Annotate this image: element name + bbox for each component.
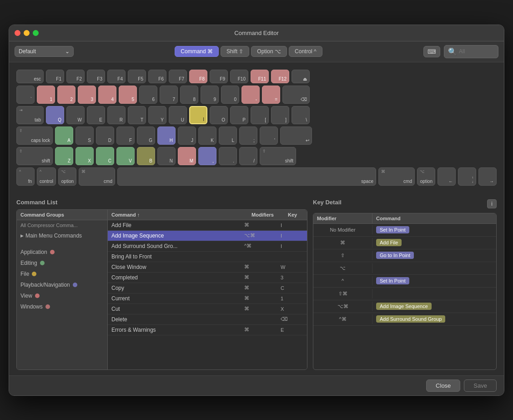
cmd-add-file[interactable]: Add File ⌘ I: [108, 220, 307, 231]
8-key[interactable]: 8: [180, 86, 198, 104]
f8-key[interactable]: F8: [189, 70, 207, 83]
d-key[interactable]: D: [96, 127, 114, 145]
backspace-key[interactable]: ⌫: [282, 86, 310, 104]
lcmd-key[interactable]: ⌘cmd: [79, 167, 115, 186]
cmd-current[interactable]: Current ⌘ 1: [108, 293, 307, 304]
j-key[interactable]: J: [178, 127, 196, 145]
return-key[interactable]: ↩: [280, 127, 312, 145]
q-key[interactable]: Q: [46, 106, 64, 124]
t-key[interactable]: T: [128, 106, 146, 124]
group-all-compressor[interactable]: All Compressor Comma...: [17, 220, 107, 230]
6-key[interactable]: 6: [139, 86, 157, 104]
maximize-traffic-light[interactable]: [33, 30, 39, 36]
comma-key[interactable]: ,: [198, 147, 216, 165]
cmd-completed[interactable]: Completed ⌘ 3: [108, 273, 307, 283]
f3-key[interactable]: F3: [87, 70, 105, 83]
5-key[interactable]: 5: [119, 86, 137, 104]
group-file[interactable]: File: [17, 268, 107, 279]
dash-key[interactable]: -: [241, 86, 260, 104]
7-key[interactable]: 7: [160, 86, 178, 104]
backslash-key[interactable]: \: [292, 106, 310, 124]
rshift-key[interactable]: ⇧shift: [260, 147, 296, 165]
f1-key[interactable]: F1: [46, 70, 64, 83]
u-key[interactable]: U: [169, 106, 187, 124]
cmd-add-image-sequence[interactable]: Add Image Sequence ⌥⌘ I: [108, 231, 307, 241]
close-traffic-light[interactable]: [15, 30, 20, 36]
lshift-key[interactable]: ⇧shift: [16, 147, 53, 165]
rcmd-key[interactable]: ⌘cmd: [378, 167, 415, 186]
keyboard-icon-btn[interactable]: ⌨: [423, 46, 440, 57]
group-application[interactable]: Application: [17, 247, 107, 258]
w-key[interactable]: W: [66, 106, 85, 124]
backtick-key[interactable]: `: [16, 86, 35, 104]
cmd-copy[interactable]: Copy ⌘ C: [108, 283, 307, 293]
cmd-delete[interactable]: Delete ⌫: [108, 314, 307, 325]
l-key[interactable]: L: [219, 127, 237, 145]
e-key[interactable]: E: [87, 106, 105, 124]
eject-key[interactable]: ⏏: [292, 70, 310, 83]
s-key[interactable]: S: [75, 127, 94, 145]
loption-key[interactable]: ⌥option: [58, 167, 76, 186]
set-in-point-2-badge[interactable]: Set In Point: [376, 277, 409, 284]
updown-arrow-keys[interactable]: ↑↓: [458, 167, 476, 186]
cmd-add-surround-sound[interactable]: Add Surround Sound Gro... ^⌘ I: [108, 241, 307, 252]
f9-key[interactable]: F9: [210, 70, 228, 83]
right-arrow-key[interactable]: →: [478, 167, 497, 186]
group-view[interactable]: View: [17, 290, 107, 301]
g-key[interactable]: G: [137, 127, 155, 145]
space-key[interactable]: space: [117, 167, 376, 186]
y-key[interactable]: Y: [148, 106, 166, 124]
3-key[interactable]: 3: [78, 86, 96, 104]
period-key[interactable]: .: [219, 147, 237, 165]
2-key[interactable]: 2: [57, 86, 75, 104]
r-key[interactable]: R: [107, 106, 126, 124]
9-key[interactable]: 9: [201, 86, 219, 104]
f11-key[interactable]: F11: [251, 70, 269, 83]
minimize-traffic-light[interactable]: [24, 30, 30, 36]
command-modifier-btn[interactable]: Command ⌘: [175, 46, 219, 57]
semicolon-key[interactable]: ;: [239, 127, 257, 145]
i-key[interactable]: I: [189, 106, 207, 124]
add-file-badge[interactable]: Add File: [376, 239, 402, 246]
v-key[interactable]: V: [116, 147, 135, 165]
go-to-in-point-badge[interactable]: Go to In Point: [376, 252, 414, 259]
cmd-close-window[interactable]: Close Window ⌘ W: [108, 262, 307, 273]
esc-key[interactable]: esc: [16, 70, 44, 83]
save-button[interactable]: Save: [464, 380, 497, 392]
option-modifier-btn[interactable]: Option ⌥: [251, 46, 287, 57]
group-playback[interactable]: Playback/Navigation: [17, 279, 107, 290]
detail-info-button[interactable]: i: [487, 199, 497, 208]
control-key[interactable]: ^control: [37, 167, 56, 186]
group-editing[interactable]: Editing: [17, 258, 107, 268]
b-key[interactable]: B: [137, 147, 155, 165]
slash-key[interactable]: /: [239, 147, 257, 165]
f12-key[interactable]: F12: [271, 70, 289, 83]
fn-key[interactable]: ^fn: [16, 167, 35, 186]
group-main-menu[interactable]: ▶ Main Menu Commands: [17, 230, 107, 241]
x-key[interactable]: X: [75, 147, 94, 165]
group-windows[interactable]: Windows: [17, 301, 107, 312]
k-key[interactable]: K: [198, 127, 216, 145]
cmd-bring-all-front[interactable]: Bring All to Front: [108, 252, 307, 262]
close-button[interactable]: Close: [426, 380, 460, 392]
a-key[interactable]: A: [55, 127, 73, 145]
quote-key[interactable]: ': [260, 127, 278, 145]
n-key[interactable]: N: [157, 147, 176, 165]
lbracket-key[interactable]: [: [251, 106, 269, 124]
control-modifier-btn[interactable]: Control ^: [289, 46, 322, 57]
f2-key[interactable]: F2: [66, 70, 85, 83]
set-in-point-badge[interactable]: Set In Point: [376, 226, 409, 233]
m-key[interactable]: M: [178, 147, 196, 165]
f5-key[interactable]: F5: [128, 70, 146, 83]
c-key[interactable]: C: [96, 147, 114, 165]
f4-key[interactable]: F4: [107, 70, 126, 83]
f10-key[interactable]: F10: [230, 70, 248, 83]
4-key[interactable]: 4: [98, 86, 116, 104]
p-key[interactable]: P: [230, 106, 248, 124]
left-arrow-key[interactable]: ←: [438, 167, 456, 186]
equals-key[interactable]: =: [262, 86, 280, 104]
tab-key[interactable]: ⇥tab: [16, 106, 44, 124]
h-key[interactable]: H: [157, 127, 176, 145]
cmd-cut[interactable]: Cut ⌘ X: [108, 304, 307, 314]
preset-dropdown[interactable]: Default ⌄: [15, 46, 74, 57]
